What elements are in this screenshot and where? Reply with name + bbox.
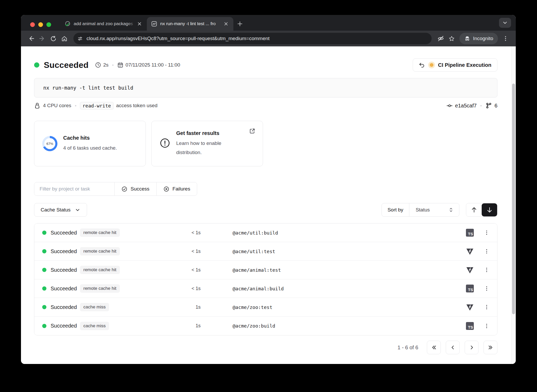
row-menu-icon[interactable] bbox=[481, 227, 492, 238]
cache-status-dropdown[interactable]: Cache Status bbox=[34, 203, 87, 217]
row-status: Succeeded bbox=[51, 267, 80, 273]
tab-pull-request[interactable]: add animal and zoo packages bbox=[60, 17, 147, 31]
scrollbar-thumb[interactable] bbox=[512, 84, 515, 314]
sort-field-select[interactable]: Status bbox=[409, 203, 459, 216]
linux-penguin-icon bbox=[34, 102, 40, 109]
clock-icon bbox=[95, 62, 101, 68]
distribution-title: Get faster results bbox=[176, 130, 221, 136]
vitest-icon bbox=[466, 247, 474, 255]
table-row[interactable]: Succeeded remote cache hit < 1s @acme/an… bbox=[34, 279, 497, 298]
address-bar[interactable]: cloud.nx.app/runs/agsvEHsQc8?utm_source=… bbox=[73, 33, 432, 44]
row-status: Succeeded bbox=[51, 286, 80, 292]
distribution-subtitle-line1: Learn how to enable bbox=[176, 140, 221, 146]
row-menu-icon[interactable] bbox=[481, 265, 492, 275]
next-page-button[interactable] bbox=[465, 341, 479, 354]
forward-button[interactable] bbox=[37, 33, 48, 44]
commit-sha[interactable]: e1a5caf7 bbox=[455, 103, 477, 109]
first-page-button[interactable] bbox=[427, 341, 441, 354]
branch-count[interactable]: 6 bbox=[495, 103, 497, 109]
table-row[interactable]: Succeeded cache miss 1s @acme/zoo:test T… bbox=[34, 298, 497, 317]
eye-off-icon[interactable] bbox=[435, 33, 446, 44]
table-row[interactable]: Succeeded cache miss 1s @acme/zoo:build … bbox=[34, 317, 497, 335]
browser-menu-icon[interactable] bbox=[500, 33, 511, 44]
task-name[interactable]: @acme/animal:test bbox=[233, 267, 465, 273]
table-row[interactable]: Succeeded remote cache hit < 1s @acme/ut… bbox=[34, 224, 497, 242]
distribution-card[interactable]: Get faster results Learn how to enable d… bbox=[151, 121, 263, 166]
sort-field-value: Status bbox=[416, 207, 430, 213]
vitest-icon bbox=[466, 266, 474, 274]
home-button[interactable] bbox=[59, 33, 70, 44]
task-duration: < 1s bbox=[167, 249, 201, 254]
browser-titlebar: add animal and zoo packages nx run-many … bbox=[21, 15, 516, 31]
task-name[interactable]: @acme/zoo:build bbox=[233, 323, 465, 329]
page-scrollbar[interactable] bbox=[511, 46, 516, 364]
minimize-window-button[interactable] bbox=[38, 22, 43, 27]
filter-group: Success Failures bbox=[34, 182, 197, 196]
task-name[interactable]: @acme/animal:build bbox=[233, 286, 465, 291]
browser-toolbar: cloud.nx.app/runs/agsvEHsQc8?utm_source=… bbox=[21, 31, 516, 46]
previous-page-button[interactable] bbox=[446, 341, 460, 354]
sort-ascending-button[interactable] bbox=[466, 203, 482, 216]
close-window-button[interactable] bbox=[30, 22, 35, 27]
sort-by-label: Sort by bbox=[382, 203, 409, 216]
token-scope-badge: read-write bbox=[80, 102, 114, 110]
incognito-icon bbox=[464, 35, 470, 42]
row-status: Succeeded bbox=[51, 248, 80, 254]
sort-descending-button[interactable] bbox=[482, 203, 497, 216]
calendar-icon bbox=[117, 62, 123, 68]
github-pr-check-icon bbox=[65, 21, 71, 27]
incognito-badge: Incognito bbox=[459, 33, 498, 44]
filter-input[interactable] bbox=[34, 182, 114, 195]
row-menu-icon[interactable] bbox=[481, 246, 492, 257]
tab-title: add animal and zoo packages bbox=[74, 21, 136, 26]
zoom-window-button[interactable] bbox=[46, 22, 51, 27]
task-name[interactable]: @acme/util:test bbox=[233, 249, 465, 254]
new-tab-button[interactable] bbox=[235, 19, 244, 28]
status-dot bbox=[42, 305, 46, 309]
ci-pipeline-execution-button[interactable]: CI Pipeline Execution bbox=[413, 58, 497, 72]
row-menu-icon[interactable] bbox=[481, 302, 492, 312]
table-row[interactable]: Succeeded remote cache hit < 1s @acme/an… bbox=[34, 261, 497, 279]
row-menu-icon[interactable] bbox=[481, 321, 492, 331]
chevron-down-icon bbox=[75, 207, 80, 213]
run-command-box: nx run-many -t lint test build bbox=[34, 78, 497, 97]
token-suffix-label: access token used bbox=[116, 103, 157, 108]
tab-title: nx run-many -t lint test ... fro bbox=[160, 21, 222, 26]
sort-direction-group bbox=[466, 203, 497, 217]
table-row[interactable]: Succeeded remote cache hit < 1s @acme/ut… bbox=[34, 242, 497, 261]
url-text: cloud.nx.app/runs/agsvEHsQc8?utm_source=… bbox=[87, 36, 270, 41]
tab-search-button[interactable] bbox=[499, 18, 511, 28]
x-circle-icon bbox=[163, 186, 169, 192]
status-dot bbox=[42, 324, 46, 328]
cache-status-badge: remote cache hit bbox=[80, 266, 120, 274]
pagination: 1 - 6 of 6 bbox=[34, 341, 497, 362]
close-tab-icon[interactable] bbox=[136, 20, 143, 28]
external-link-icon[interactable] bbox=[249, 128, 255, 135]
tab-nx-run[interactable]: nx run-many -t lint test ... fro bbox=[147, 17, 233, 31]
row-status: Succeeded bbox=[51, 230, 80, 236]
back-button[interactable] bbox=[26, 33, 37, 44]
task-name[interactable]: @acme/zoo:test bbox=[233, 304, 465, 310]
row-menu-icon[interactable] bbox=[481, 283, 492, 294]
row-status: Succeeded bbox=[51, 323, 80, 329]
success-filter-button[interactable]: Success bbox=[114, 182, 156, 195]
close-tab-icon[interactable] bbox=[222, 20, 230, 28]
task-name[interactable]: @acme/util:build bbox=[233, 230, 465, 236]
sort-group: Sort by Status bbox=[382, 203, 459, 217]
task-table: Succeeded remote cache hit < 1s @acme/ut… bbox=[34, 223, 497, 335]
bookmark-star-icon[interactable] bbox=[446, 33, 457, 44]
site-settings-icon[interactable] bbox=[76, 34, 84, 43]
cache-hits-title: Cache hits bbox=[63, 135, 117, 141]
reload-button[interactable] bbox=[48, 33, 59, 44]
pipeline-button-label: CI Pipeline Execution bbox=[438, 62, 491, 68]
commit-icon bbox=[446, 102, 453, 109]
distribution-subtitle-line2: distribution. bbox=[176, 150, 202, 155]
browser-window: add animal and zoo packages nx run-many … bbox=[21, 15, 516, 364]
task-duration: < 1s bbox=[167, 267, 201, 273]
run-header: Succeeded 2s 07/11/2025 11:00 - 11:00 CI… bbox=[34, 58, 497, 72]
failures-filter-button[interactable]: Failures bbox=[156, 182, 197, 195]
cache-hits-subtitle: 4 of 6 tasks used cache. bbox=[63, 143, 117, 153]
last-page-button[interactable] bbox=[484, 341, 497, 354]
typescript-icon: TS bbox=[466, 285, 474, 292]
cpu-cores-label: 4 CPU cores bbox=[43, 103, 71, 108]
